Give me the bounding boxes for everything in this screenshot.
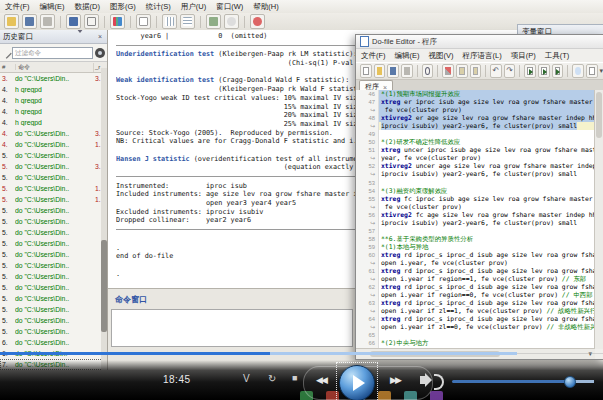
data-editor-icon[interactable] xyxy=(162,14,177,29)
history-row[interactable]: 5.do "C:\Users\Din.. xyxy=(0,249,107,260)
toolbar-separator xyxy=(519,65,520,77)
more-icon[interactable] xyxy=(224,14,239,29)
play-button[interactable] xyxy=(339,365,375,400)
wrap-marker: ↪ xyxy=(356,203,379,211)
history-row[interactable]: 5.do "C:\Users\Din.. xyxy=(0,304,107,315)
forward-button[interactable]: ▶▶ xyxy=(390,375,400,385)
line-number: 66 xyxy=(356,339,379,347)
history-row[interactable]: 4.h qregpd xyxy=(0,84,107,95)
filter-tool-icon[interactable] xyxy=(0,46,12,59)
df-copy-icon[interactable] xyxy=(456,64,468,78)
history-row[interactable]: 5.do "C:\Users\Din.. xyxy=(0,271,107,282)
menu-item[interactable]: 窗口(W) xyxy=(216,2,243,12)
log-icon[interactable] xyxy=(66,14,81,29)
df-run1-icon[interactable] xyxy=(524,64,536,78)
df-save-icon[interactable] xyxy=(387,64,399,78)
variables-manager-icon[interactable] xyxy=(206,14,221,29)
volume-thumb[interactable] xyxy=(564,376,576,388)
history-row[interactable]: 5.do "C:\Users\Din..1. xyxy=(0,183,107,194)
command-input[interactable] xyxy=(111,309,353,347)
history-row[interactable]: 5.do "C:\Users\Din.. xyxy=(0,172,107,183)
menu-item[interactable]: 数据(D) xyxy=(75,2,100,12)
df-help-icon[interactable] xyxy=(572,64,584,78)
history-scrollbar[interactable] xyxy=(101,68,107,370)
history-row[interactable]: 4.do "C:\Users\Din..1. xyxy=(0,139,107,150)
history-row[interactable]: 5.do "C:\Users\Din.. xyxy=(0,315,107,326)
dofile-menu-item[interactable]: 程序语言(L) xyxy=(463,51,502,61)
filter-icon[interactable] xyxy=(76,33,84,41)
save-icon[interactable] xyxy=(22,14,37,29)
menu-item[interactable]: 文件(F) xyxy=(5,2,30,12)
dofile-vscroll-thumb[interactable] xyxy=(596,92,602,138)
history-row[interactable]: 5.do "C:\Users\Din.. xyxy=(0,282,107,293)
viewer-icon[interactable] xyxy=(84,14,99,29)
df-open-icon[interactable] xyxy=(374,64,386,78)
col-number[interactable]: # xyxy=(0,64,16,70)
print-icon[interactable] xyxy=(40,14,55,29)
history-row[interactable]: 5.do "C:\Users\Din.. xyxy=(0,293,107,304)
history-row[interactable]: 5.do "C:\Users\Din.. xyxy=(0,326,107,337)
dofile-menu-item[interactable]: 视图(V) xyxy=(429,51,454,61)
df-undo-icon[interactable]: ↶ xyxy=(490,64,502,78)
df-run2-icon[interactable] xyxy=(538,64,550,78)
dofile-editor-icon[interactable] xyxy=(136,14,151,29)
dofile-title-bar[interactable]: Do-file Editor - 程序 xyxy=(356,35,603,49)
player-logo-icon[interactable]: V xyxy=(243,373,250,384)
history-row[interactable]: 5.do "C:\Users\Din.. xyxy=(0,150,107,161)
data-browser-icon[interactable] xyxy=(180,14,195,29)
df-redo-icon[interactable]: ↷ xyxy=(504,64,516,78)
menu-item[interactable]: 帮助(H) xyxy=(253,2,278,12)
filter-input[interactable]: 过滤命令 xyxy=(12,47,93,59)
seekbar-buffered xyxy=(270,352,517,355)
dofile-menu-item[interactable]: 编辑(E) xyxy=(395,51,420,61)
history-row[interactable]: 4.do "C:\Users\Din..3. xyxy=(0,128,107,139)
history-scroll-thumb[interactable] xyxy=(101,240,107,332)
menu-item[interactable]: 图形(G) xyxy=(110,2,136,12)
speaker-icon[interactable] xyxy=(420,376,426,384)
menu-item[interactable]: 统计(S) xyxy=(146,2,171,12)
history-row[interactable]: 4.h qregpd xyxy=(0,117,107,128)
menu-item[interactable]: 用户(U) xyxy=(181,2,206,12)
open-icon[interactable] xyxy=(4,14,19,29)
col-command[interactable]: 命令 xyxy=(16,63,94,72)
history-row[interactable]: 5.do "C:\Users\Din.. xyxy=(0,227,107,238)
dofile-vscrollbar[interactable] xyxy=(594,90,603,349)
filter-options-button[interactable] xyxy=(95,48,105,58)
break-icon[interactable] xyxy=(250,14,265,29)
history-row[interactable]: 5.do "C:\Users\Din.. xyxy=(0,205,107,216)
stop-icon[interactable]: ■ xyxy=(292,373,297,383)
history-row[interactable]: 5.do "C:\Users\Din.. xyxy=(0,260,107,271)
menu-item[interactable]: 编辑(E) xyxy=(40,2,65,12)
toolbar-separator xyxy=(156,16,157,28)
close-icon[interactable]: × xyxy=(96,33,104,41)
history-row[interactable]: 5.do "C:\Users\Din..3. xyxy=(0,161,107,172)
pin-icon[interactable] xyxy=(86,33,94,41)
loop-icon[interactable]: ↻ xyxy=(268,373,276,384)
history-row[interactable]: 5.do "C:\Users\Din.. xyxy=(0,238,107,249)
history-row[interactable]: 3.do "C:\Users\Din..3. xyxy=(0,73,107,84)
history-row[interactable]: 6.do "C:\Users\Din.. xyxy=(0,337,107,348)
df-cut-icon[interactable] xyxy=(442,64,454,78)
df-paste-icon[interactable] xyxy=(470,64,482,78)
df-toolbar-overflow-icon[interactable]: ▾ xyxy=(600,67,603,75)
df-new-icon[interactable] xyxy=(360,64,372,78)
dofile-menu-item[interactable]: 文件(F) xyxy=(361,51,386,61)
code-line: ↪iprociv isubiv) year2-year6, fe cluster… xyxy=(356,122,595,130)
df-print-icon[interactable] xyxy=(401,64,413,78)
dofile-menu-item[interactable]: 项目(P) xyxy=(511,51,536,61)
toolbar-separator xyxy=(437,65,438,77)
dofile-menu-item[interactable]: 工具(T) xyxy=(545,51,570,61)
volume-slider[interactable] xyxy=(452,380,594,383)
df-doc-icon[interactable] xyxy=(586,64,598,78)
toolbar-separator xyxy=(417,65,418,77)
df-run3-icon[interactable] xyxy=(552,64,564,78)
history-row[interactable]: 5.do "C:\Users\Din..1. xyxy=(0,194,107,205)
rewind-button[interactable]: ◀◀ xyxy=(316,375,326,385)
video-seekbar[interactable] xyxy=(0,352,603,355)
history-row[interactable]: 4.h qregpd xyxy=(0,106,107,117)
dofile-editor-body[interactable]: 46*(1)预期市场回报提升效应47xtreg er iproc isub ag… xyxy=(356,90,595,349)
history-row[interactable]: 5.do "C:\Users\Din.. xyxy=(0,216,107,227)
graph-icon[interactable] xyxy=(110,14,125,29)
history-row[interactable]: 4.h qregpd xyxy=(0,95,107,106)
df-find-icon[interactable] xyxy=(422,64,434,78)
